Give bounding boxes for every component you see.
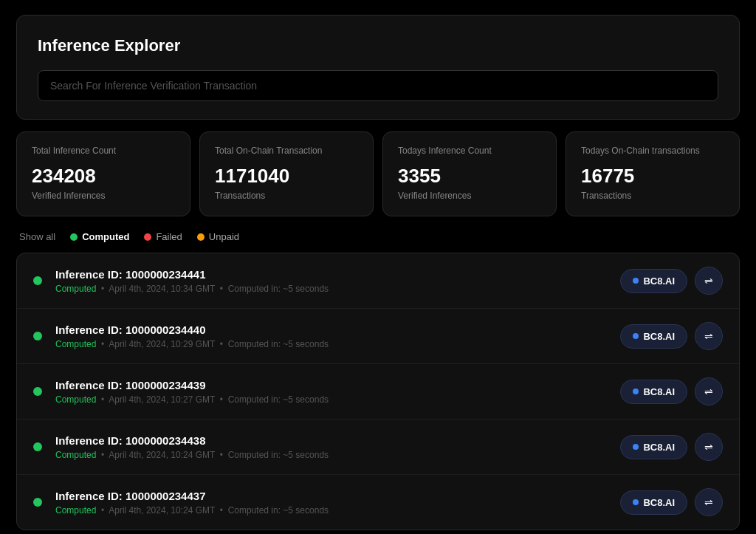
inference-id-4: Inference ID: 1000000234437 [55,490,329,502]
inference-info-4: Inference ID: 1000000234437 Computed • A… [55,490,329,516]
status-dot-0 [33,276,42,285]
status-dot-3 [33,442,42,451]
inference-id-0: Inference ID: 1000000234441 [55,268,329,281]
table-row[interactable]: Inference ID: 1000000234439 Computed • A… [17,364,739,420]
transfer-icon-0: ⇌ [704,275,713,287]
main-container: Inference Explorer Total Inference Count… [16,15,740,530]
dot-computed-icon [70,233,78,241]
bc8-label-2: BC8.AI [643,386,675,397]
filter-row: Show all Computed Failed Unpaid [16,231,740,242]
table-row[interactable]: Inference ID: 1000000234437 Computed • A… [17,475,739,530]
stat-card-1: Total On-Chain Transaction 1171040 Trans… [199,131,374,216]
status-label-1: Computed [55,339,96,349]
inference-right-0: BC8.AI ⇌ [620,267,723,295]
bc8-dot-icon-1 [633,333,639,339]
transfer-icon-btn-2[interactable]: ⇌ [695,377,723,405]
inference-info-2: Inference ID: 1000000234439 Computed • A… [55,379,329,405]
filter-failed[interactable]: Failed [144,231,182,242]
bc8-badge-2[interactable]: BC8.AI [620,380,687,404]
filter-show-all[interactable]: Show all [19,231,55,242]
stat-value-0: 234208 [32,165,175,188]
inference-id-1: Inference ID: 1000000234440 [55,324,329,336]
inference-left-3: Inference ID: 1000000234438 Computed • A… [33,434,329,460]
inference-right-3: BC8.AI ⇌ [620,433,723,461]
status-dot-1 [33,332,42,340]
search-input[interactable] [38,70,718,101]
inference-list: Inference ID: 1000000234441 Computed • A… [16,253,740,530]
header-card: Inference Explorer [16,15,740,120]
inference-meta-2: Computed • April 4th, 2024, 10:27 GMT • … [55,394,329,405]
bc8-dot-icon-4 [633,499,639,505]
inference-left-4: Inference ID: 1000000234437 Computed • A… [33,490,329,516]
stat-sublabel-1: Transactions [215,191,358,201]
stat-card-2: Todays Inference Count 3355 Verified Inf… [382,131,557,216]
page-title: Inference Explorer [38,36,718,55]
stat-label-1: Total On-Chain Transaction [215,146,358,156]
inference-meta-4: Computed • April 4th, 2024, 10:24 GMT • … [55,505,329,516]
stat-card-3: Todays On-Chain transactions 16775 Trans… [566,131,740,216]
bc8-label-3: BC8.AI [643,442,675,453]
bc8-badge-4[interactable]: BC8.AI [620,490,687,515]
transfer-icon-btn-3[interactable]: ⇌ [695,433,723,461]
inference-meta-0: Computed • April 4th, 2024, 10:34 GMT • … [55,284,329,294]
bc8-dot-icon-0 [633,278,639,284]
bc8-dot-icon-3 [633,444,639,450]
filter-computed[interactable]: Computed [70,231,129,242]
transfer-icon-4: ⇌ [704,496,713,508]
bc8-badge-3[interactable]: BC8.AI [620,435,687,459]
status-dot-2 [33,387,42,396]
status-label-4: Computed [55,505,96,516]
inference-info-0: Inference ID: 1000000234441 Computed • A… [55,268,329,294]
bc8-label-1: BC8.AI [643,331,675,342]
inference-right-2: BC8.AI ⇌ [620,377,723,405]
transfer-icon-3: ⇌ [704,441,713,453]
inference-meta-3: Computed • April 4th, 2024, 10:24 GMT • … [55,450,329,460]
filter-unpaid[interactable]: Unpaid [197,231,239,242]
inference-left-0: Inference ID: 1000000234441 Computed • A… [33,268,329,294]
table-row[interactable]: Inference ID: 1000000234441 Computed • A… [17,253,739,309]
stat-sublabel-3: Transactions [581,191,724,201]
filter-computed-label: Computed [82,231,129,242]
stat-value-3: 16775 [581,165,724,188]
table-row[interactable]: Inference ID: 1000000234440 Computed • A… [17,309,739,364]
inference-id-3: Inference ID: 1000000234438 [55,434,329,447]
inference-info-1: Inference ID: 1000000234440 Computed • A… [55,324,329,349]
dot-unpaid-icon [197,233,205,241]
transfer-icon-btn-4[interactable]: ⇌ [695,488,723,516]
status-label-0: Computed [55,284,96,294]
transfer-icon-1: ⇌ [704,330,713,342]
stats-grid: Total Inference Count 234208 Verified In… [16,131,740,216]
bc8-badge-1[interactable]: BC8.AI [620,324,687,349]
inference-right-4: BC8.AI ⇌ [620,488,723,516]
inference-right-1: BC8.AI ⇌ [620,322,723,350]
stat-value-1: 1171040 [215,165,358,188]
stat-value-2: 3355 [398,165,541,188]
stat-label-0: Total Inference Count [32,146,175,156]
status-label-2: Computed [55,394,96,405]
stat-card-0: Total Inference Count 234208 Verified In… [16,131,190,216]
stat-label-3: Todays On-Chain transactions [581,146,724,156]
inference-info-3: Inference ID: 1000000234438 Computed • A… [55,434,329,460]
status-label-3: Computed [55,450,96,460]
filter-failed-label: Failed [156,231,182,242]
transfer-icon-2: ⇌ [704,386,713,397]
bc8-badge-0[interactable]: BC8.AI [620,269,687,293]
transfer-icon-btn-1[interactable]: ⇌ [695,322,723,350]
bc8-label-0: BC8.AI [643,275,675,287]
bc8-label-4: BC8.AI [643,497,675,508]
bc8-dot-icon-2 [633,388,639,394]
inference-meta-1: Computed • April 4th, 2024, 10:29 GMT • … [55,339,329,349]
transfer-icon-btn-0[interactable]: ⇌ [695,267,723,295]
dot-failed-icon [144,233,151,241]
filter-unpaid-label: Unpaid [209,231,239,242]
status-dot-4 [33,498,42,507]
stat-sublabel-2: Verified Inferences [398,191,541,201]
stat-label-2: Todays Inference Count [398,146,541,156]
inference-id-2: Inference ID: 1000000234439 [55,379,329,391]
table-row[interactable]: Inference ID: 1000000234438 Computed • A… [17,420,739,475]
stat-sublabel-0: Verified Inferences [32,191,175,201]
inference-left-1: Inference ID: 1000000234440 Computed • A… [33,324,329,349]
inference-left-2: Inference ID: 1000000234439 Computed • A… [33,379,329,405]
